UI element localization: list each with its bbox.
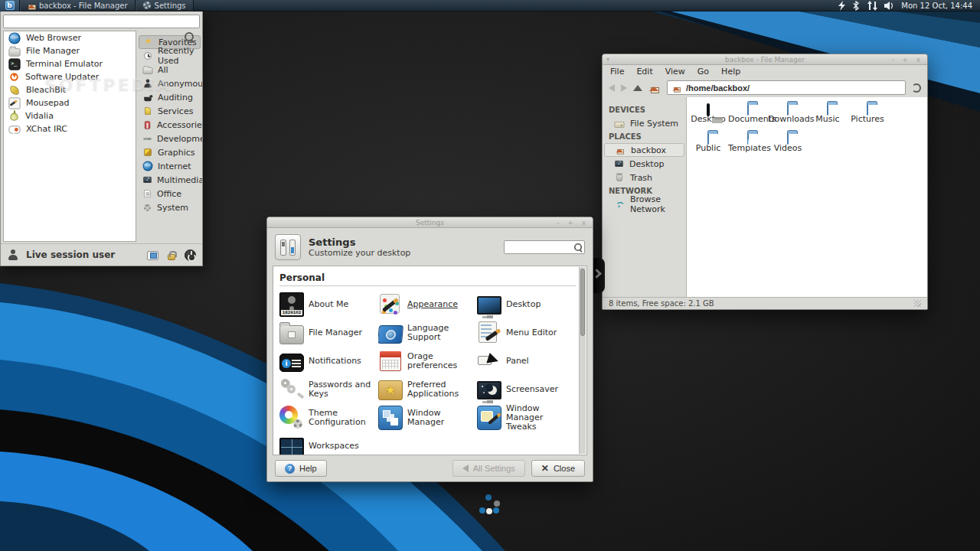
category-recently-used[interactable]: Recently Used: [139, 49, 201, 63]
folder-music[interactable]: ♪Music: [808, 105, 848, 123]
clock[interactable]: Mon 12 Oct, 14:44: [901, 2, 972, 10]
scrollbar-thumb[interactable]: [580, 269, 585, 336]
search-icon[interactable]: [183, 31, 195, 43]
settings-item-workspaces[interactable]: Workspaces: [279, 432, 378, 455]
menu-item-mousepad[interactable]: Mousepad: [4, 96, 136, 109]
settings-item-preferred-applications[interactable]: ★Preferred Applications: [378, 375, 477, 403]
menu-item-xchat-irc[interactable]: XChat IRC: [4, 122, 136, 135]
power-bolt-icon[interactable]: [838, 1, 845, 11]
category-development[interactable]: Development: [139, 132, 201, 145]
settings-item-window-manager-tweaks[interactable]: Window Manager Tweaks: [477, 403, 576, 432]
file-manager-toolbar: [603, 78, 927, 97]
taskbar-button-settings[interactable]: Settings: [136, 0, 194, 11]
path-input[interactable]: [686, 83, 902, 93]
sidebar-item-desktop[interactable]: Desktop: [603, 157, 686, 171]
window-menu-icon[interactable]: ▾: [606, 54, 609, 65]
network-icon: [615, 200, 625, 210]
menu-view[interactable]: View: [665, 67, 685, 77]
sidebar-item-file-system[interactable]: File System: [603, 116, 686, 130]
search-icon[interactable]: [573, 242, 583, 253]
settings-item-desktop[interactable]: Desktop: [477, 290, 576, 318]
menu-help[interactable]: Help: [721, 67, 740, 77]
category-accessories[interactable]: Accessories: [139, 118, 201, 132]
file-manager-menubar: File Edit View Go Help: [603, 65, 927, 78]
menu-item-software-updater[interactable]: Software Updater: [4, 70, 136, 83]
accessories-icon: [145, 121, 150, 129]
lock-icon[interactable]: [168, 254, 175, 260]
settings-item-window-manager[interactable]: Window Manager: [378, 403, 477, 432]
menu-item-file-manager[interactable]: File Manager: [4, 44, 136, 57]
menu-edit[interactable]: Edit: [636, 67, 652, 77]
settings-item-file-manager[interactable]: File Manager: [279, 318, 378, 347]
settings-item-menu-editor[interactable]: Menu Editor: [477, 318, 576, 347]
category-system[interactable]: System: [139, 201, 201, 214]
up-icon[interactable]: [633, 85, 642, 91]
network-arrows-icon[interactable]: [867, 1, 877, 11]
settings-titlebar[interactable]: Settings - + x: [267, 217, 593, 228]
about-me-icon: 1829102: [279, 292, 304, 317]
menu-item-vidalia[interactable]: Vidalia: [4, 109, 136, 122]
screensaver-icon: [477, 381, 501, 399]
menu-search-input[interactable]: [3, 15, 200, 28]
window-prefs-icon[interactable]: [147, 251, 158, 260]
folder-templates[interactable]: ◣Templates: [728, 134, 768, 152]
category-multimedia[interactable]: Multimedia: [139, 173, 201, 187]
folder-icon: ▦: [867, 104, 868, 116]
reload-icon[interactable]: [912, 83, 921, 93]
settings-item-appearance[interactable]: Appearance: [378, 290, 477, 318]
settings-item-passwords-and-keys[interactable]: Passwords and Keys: [279, 375, 378, 403]
category-anonymous[interactable]: Anonymous: [139, 77, 201, 90]
power-icon[interactable]: [185, 249, 196, 261]
path-bar[interactable]: [667, 80, 906, 95]
settings-item-theme-configuration[interactable]: Theme Configuration: [279, 403, 378, 432]
file-manager-titlebar[interactable]: ▾ backbox - File Manager - + x: [603, 54, 927, 65]
window-controls[interactable]: - + x: [557, 217, 589, 228]
menu-item-terminal-emulator[interactable]: Terminal Emulator: [4, 57, 136, 70]
folder-public[interactable]: ⇆Public: [688, 134, 728, 152]
folder-videos[interactable]: ▥Videos: [768, 134, 808, 152]
category-services[interactable]: Services: [139, 104, 201, 118]
applications-menu-button[interactable]: b: [0, 0, 20, 11]
folder-desktop[interactable]: Desktop: [688, 105, 728, 123]
help-button[interactable]: ?Help: [275, 460, 327, 477]
taskbar-button-file-manager[interactable]: backbox - File Manager: [20, 0, 136, 11]
category-graphics[interactable]: Graphics: [139, 145, 201, 159]
menu-file[interactable]: File: [610, 67, 624, 77]
home-icon[interactable]: [648, 82, 661, 94]
gear-icon: [143, 2, 151, 9]
loading-spinner: [478, 493, 504, 516]
back-icon[interactable]: [609, 84, 615, 92]
settings-item-notifications[interactable]: iNotifications: [279, 347, 378, 375]
settings-item-panel[interactable]: Panel: [477, 347, 576, 375]
settings-item-about-me[interactable]: 1829102About Me: [279, 290, 378, 318]
settings-item-language-support[interactable]: Language Support: [378, 318, 477, 347]
sidebar-item-trash[interactable]: Trash: [603, 171, 686, 184]
resize-grip[interactable]: [914, 300, 921, 307]
folder-downloads[interactable]: ↓Downloads: [768, 105, 808, 123]
category-auditing[interactable]: Auditing: [139, 90, 201, 104]
forward-icon[interactable]: [621, 84, 627, 92]
sidebar-item-browse-network[interactable]: Browse Network: [603, 197, 686, 211]
category-office[interactable]: Office: [139, 187, 201, 201]
folder-pictures[interactable]: ▦Pictures: [848, 105, 887, 123]
keys-icon: [279, 377, 304, 402]
volume-icon[interactable]: [884, 2, 892, 10]
settings-scrollbar[interactable]: [579, 267, 586, 454]
brush-icon: [10, 86, 18, 94]
sidebar-item-backbox[interactable]: backbox: [604, 143, 684, 157]
close-button[interactable]: ✕Close: [531, 460, 585, 477]
terminal-icon: [8, 58, 20, 70]
menu-item-bleachbit[interactable]: BleachBit: [4, 83, 136, 96]
bluetooth-icon[interactable]: [854, 2, 858, 10]
document-icon: [144, 190, 151, 197]
folder-icon: ≡: [747, 104, 749, 116]
menu-item-web-browser[interactable]: Web Browser: [4, 31, 136, 44]
menu-go[interactable]: Go: [697, 67, 709, 77]
category-internet[interactable]: Internet: [139, 159, 201, 173]
settings-item-orage-preferences[interactable]: Orage preferences: [378, 347, 477, 375]
settings-item-screensaver[interactable]: Screensaver: [477, 375, 576, 403]
all-settings-button[interactable]: All Settings: [452, 460, 525, 477]
folder-documents[interactable]: ≡Documents: [728, 105, 768, 123]
folder-icon: ⇆: [707, 133, 709, 145]
window-controls[interactable]: - + x: [891, 54, 923, 65]
